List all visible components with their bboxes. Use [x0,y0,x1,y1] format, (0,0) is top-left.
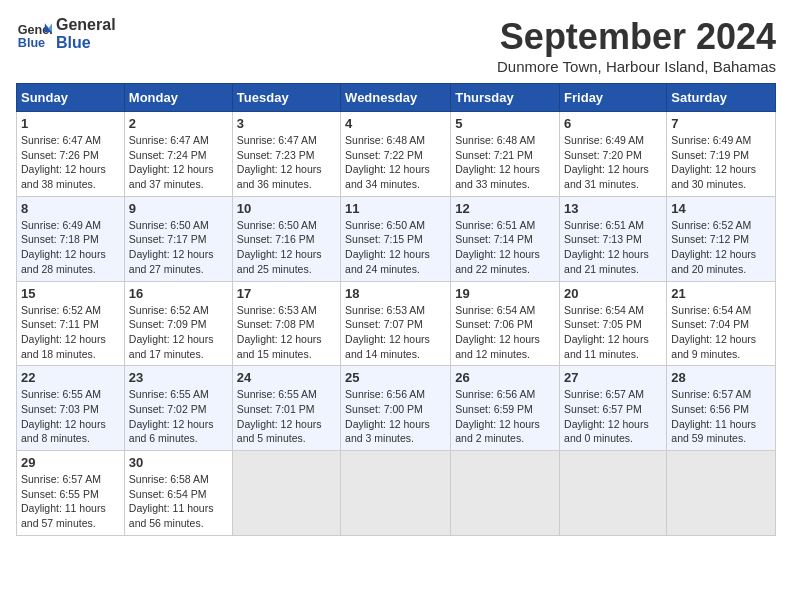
day-info: Sunrise: 6:49 AMSunset: 7:20 PMDaylight:… [564,133,662,192]
day-number: 20 [564,286,662,301]
day-info: Sunrise: 6:52 AMSunset: 7:12 PMDaylight:… [671,218,771,277]
calendar-cell: 29 Sunrise: 6:57 AMSunset: 6:55 PMDaylig… [17,451,125,536]
day-number: 29 [21,455,120,470]
day-number: 3 [237,116,336,131]
day-number: 27 [564,370,662,385]
day-number: 24 [237,370,336,385]
day-number: 11 [345,201,446,216]
day-info: Sunrise: 6:47 AMSunset: 7:23 PMDaylight:… [237,133,336,192]
calendar-cell: 2 Sunrise: 6:47 AMSunset: 7:24 PMDayligh… [124,112,232,197]
day-number: 15 [21,286,120,301]
calendar-week-row: 8 Sunrise: 6:49 AMSunset: 7:18 PMDayligh… [17,196,776,281]
logo-blue: Blue [56,34,116,52]
day-number: 8 [21,201,120,216]
day-info: Sunrise: 6:54 AMSunset: 7:05 PMDaylight:… [564,303,662,362]
calendar-cell: 21 Sunrise: 6:54 AMSunset: 7:04 PMDaylig… [667,281,776,366]
day-info: Sunrise: 6:52 AMSunset: 7:09 PMDaylight:… [129,303,228,362]
calendar-cell: 30 Sunrise: 6:58 AMSunset: 6:54 PMDaylig… [124,451,232,536]
weekday-header-friday: Friday [560,84,667,112]
calendar-cell: 20 Sunrise: 6:54 AMSunset: 7:05 PMDaylig… [560,281,667,366]
weekday-header-tuesday: Tuesday [232,84,340,112]
day-info: Sunrise: 6:57 AMSunset: 6:55 PMDaylight:… [21,472,120,531]
day-number: 23 [129,370,228,385]
calendar-cell: 5 Sunrise: 6:48 AMSunset: 7:21 PMDayligh… [451,112,560,197]
svg-text:Blue: Blue [18,36,45,50]
day-info: Sunrise: 6:56 AMSunset: 6:59 PMDaylight:… [455,387,555,446]
day-info: Sunrise: 6:50 AMSunset: 7:15 PMDaylight:… [345,218,446,277]
calendar-cell [560,451,667,536]
calendar-cell: 11 Sunrise: 6:50 AMSunset: 7:15 PMDaylig… [341,196,451,281]
calendar-cell: 8 Sunrise: 6:49 AMSunset: 7:18 PMDayligh… [17,196,125,281]
calendar-cell [451,451,560,536]
day-info: Sunrise: 6:47 AMSunset: 7:24 PMDaylight:… [129,133,228,192]
day-number: 16 [129,286,228,301]
day-info: Sunrise: 6:55 AMSunset: 7:01 PMDaylight:… [237,387,336,446]
calendar-cell: 23 Sunrise: 6:55 AMSunset: 7:02 PMDaylig… [124,366,232,451]
day-number: 6 [564,116,662,131]
weekday-header-monday: Monday [124,84,232,112]
calendar-cell: 10 Sunrise: 6:50 AMSunset: 7:16 PMDaylig… [232,196,340,281]
calendar-cell: 13 Sunrise: 6:51 AMSunset: 7:13 PMDaylig… [560,196,667,281]
day-number: 13 [564,201,662,216]
calendar-cell [232,451,340,536]
calendar-cell: 18 Sunrise: 6:53 AMSunset: 7:07 PMDaylig… [341,281,451,366]
weekday-header-wednesday: Wednesday [341,84,451,112]
calendar-cell: 19 Sunrise: 6:54 AMSunset: 7:06 PMDaylig… [451,281,560,366]
day-info: Sunrise: 6:55 AMSunset: 7:02 PMDaylight:… [129,387,228,446]
day-info: Sunrise: 6:47 AMSunset: 7:26 PMDaylight:… [21,133,120,192]
day-number: 1 [21,116,120,131]
day-number: 21 [671,286,771,301]
day-number: 10 [237,201,336,216]
calendar-cell [341,451,451,536]
day-number: 2 [129,116,228,131]
header: General Blue General Blue September 2024… [16,16,776,75]
day-number: 7 [671,116,771,131]
calendar-cell: 7 Sunrise: 6:49 AMSunset: 7:19 PMDayligh… [667,112,776,197]
day-info: Sunrise: 6:57 AMSunset: 6:57 PMDaylight:… [564,387,662,446]
day-info: Sunrise: 6:55 AMSunset: 7:03 PMDaylight:… [21,387,120,446]
logo: General Blue General Blue [16,16,116,52]
calendar-week-row: 15 Sunrise: 6:52 AMSunset: 7:11 PMDaylig… [17,281,776,366]
day-number: 18 [345,286,446,301]
day-number: 19 [455,286,555,301]
title-area: September 2024 Dunmore Town, Harbour Isl… [497,16,776,75]
day-number: 12 [455,201,555,216]
calendar-cell: 6 Sunrise: 6:49 AMSunset: 7:20 PMDayligh… [560,112,667,197]
calendar-cell: 22 Sunrise: 6:55 AMSunset: 7:03 PMDaylig… [17,366,125,451]
day-number: 4 [345,116,446,131]
calendar-table: SundayMondayTuesdayWednesdayThursdayFrid… [16,83,776,536]
calendar-cell: 28 Sunrise: 6:57 AMSunset: 6:56 PMDaylig… [667,366,776,451]
day-number: 5 [455,116,555,131]
day-number: 22 [21,370,120,385]
day-info: Sunrise: 6:48 AMSunset: 7:22 PMDaylight:… [345,133,446,192]
day-number: 9 [129,201,228,216]
day-number: 17 [237,286,336,301]
day-info: Sunrise: 6:49 AMSunset: 7:18 PMDaylight:… [21,218,120,277]
day-info: Sunrise: 6:58 AMSunset: 6:54 PMDaylight:… [129,472,228,531]
calendar-cell: 27 Sunrise: 6:57 AMSunset: 6:57 PMDaylig… [560,366,667,451]
day-info: Sunrise: 6:57 AMSunset: 6:56 PMDaylight:… [671,387,771,446]
calendar-week-row: 1 Sunrise: 6:47 AMSunset: 7:26 PMDayligh… [17,112,776,197]
day-info: Sunrise: 6:52 AMSunset: 7:11 PMDaylight:… [21,303,120,362]
day-number: 25 [345,370,446,385]
month-title: September 2024 [497,16,776,58]
calendar-week-row: 22 Sunrise: 6:55 AMSunset: 7:03 PMDaylig… [17,366,776,451]
calendar-cell: 14 Sunrise: 6:52 AMSunset: 7:12 PMDaylig… [667,196,776,281]
weekday-header-saturday: Saturday [667,84,776,112]
day-info: Sunrise: 6:53 AMSunset: 7:07 PMDaylight:… [345,303,446,362]
calendar-cell: 4 Sunrise: 6:48 AMSunset: 7:22 PMDayligh… [341,112,451,197]
day-number: 30 [129,455,228,470]
day-info: Sunrise: 6:49 AMSunset: 7:19 PMDaylight:… [671,133,771,192]
weekday-header-row: SundayMondayTuesdayWednesdayThursdayFrid… [17,84,776,112]
day-info: Sunrise: 6:51 AMSunset: 7:14 PMDaylight:… [455,218,555,277]
day-info: Sunrise: 6:50 AMSunset: 7:17 PMDaylight:… [129,218,228,277]
day-number: 26 [455,370,555,385]
calendar-cell: 25 Sunrise: 6:56 AMSunset: 7:00 PMDaylig… [341,366,451,451]
day-info: Sunrise: 6:53 AMSunset: 7:08 PMDaylight:… [237,303,336,362]
calendar-cell: 26 Sunrise: 6:56 AMSunset: 6:59 PMDaylig… [451,366,560,451]
weekday-header-sunday: Sunday [17,84,125,112]
calendar-cell: 12 Sunrise: 6:51 AMSunset: 7:14 PMDaylig… [451,196,560,281]
day-number: 14 [671,201,771,216]
calendar-week-row: 29 Sunrise: 6:57 AMSunset: 6:55 PMDaylig… [17,451,776,536]
location-title: Dunmore Town, Harbour Island, Bahamas [497,58,776,75]
